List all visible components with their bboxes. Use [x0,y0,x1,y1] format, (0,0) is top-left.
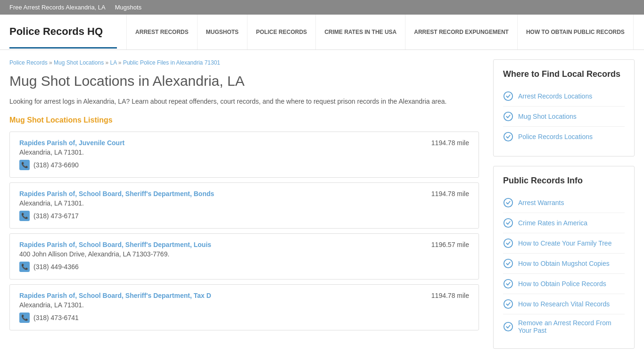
sidebar-link-label: How to Create Your Family Tree [518,239,611,247]
svg-point-9 [504,322,512,331]
phone-icon: 📞 [19,262,30,272]
breadcrumb-public-police-files[interactable]: Public Police Files in Alexandria 71301 [123,59,220,66]
nav-expungement[interactable]: ARREST RECORD EXPUNGEMENT [405,15,518,49]
sidebar-vital-records[interactable]: How to Research Vital Records [503,294,625,314]
listing-distance: 1194.78 mile [431,292,469,299]
phone-icon: 📞 [19,211,30,221]
sidebar-local-records-heading: Where to Find Local Records [503,69,625,79]
sidebar-public-records-box: Public Records Info Arrest Warrants Crim… [493,166,635,349]
check-circle-icon [503,321,513,332]
sidebar-link-label: Arrest Records Locations [518,92,592,100]
nav-crime-rates[interactable]: CRIME RATES IN THE USA [316,15,405,49]
listing-address: Alexandria, LA 71301. [19,301,469,309]
content-area: Police Records » Mug Shot Locations » LA… [9,59,479,358]
sidebar-link-label: Police Records Locations [518,133,593,140]
check-circle-icon [503,91,513,101]
check-circle-icon [503,197,513,208]
listing-address: Alexandria, LA 71301. [19,148,469,156]
phone-number: (318) 473-6690 [33,161,79,169]
sidebar-link-label: Mug Shot Locations [518,113,577,120]
main-nav: ARREST RECORDS MUGSHOTS POLICE RECORDS C… [126,15,634,49]
listing-name: Rapides Parish of, School Board, Sheriff… [19,292,469,299]
phone-number: (318) 473-6717 [33,212,79,220]
check-circle-icon [503,218,513,228]
listing-card: Rapides Parish of, School Board, Sheriff… [9,284,479,330]
sidebar-mug-shot-locations[interactable]: Mug Shot Locations [503,107,625,127]
sidebar-arrest-warrants[interactable]: Arrest Warrants [503,193,625,213]
breadcrumb-police-records[interactable]: Police Records [9,59,48,66]
svg-point-5 [504,239,512,247]
page-description: Looking for arrest logs in Alexandria, L… [9,96,479,107]
topbar-link-2[interactable]: Mugshots [115,4,141,11]
sidebar-remove-arrest-record[interactable]: Remove an Arrest Record From Your Past [503,314,625,339]
listings-heading: Mug Shot Locations Listings [9,116,479,124]
check-circle-icon [503,299,513,309]
sidebar-police-records[interactable]: How to Obtain Police Records [503,274,625,294]
listing-phone: 📞 (318) 473-6741 [19,313,469,323]
main-container: Police Records » Mug Shot Locations » LA… [0,50,644,362]
listing-phone: 📞 (318) 473-6690 [19,160,469,170]
svg-point-6 [504,259,512,268]
sidebar-local-records-box: Where to Find Local Records Arrest Recor… [493,59,635,156]
svg-point-8 [504,300,512,308]
phone-icon: 📞 [19,160,30,170]
phone-number: (318) 473-6741 [33,314,79,321]
breadcrumb-mug-shot-locations[interactable]: Mug Shot Locations [54,59,104,66]
check-circle-icon [503,258,513,269]
check-circle-icon [503,111,513,122]
header: Police Records HQ ARREST RECORDS MUGSHOT… [0,15,644,50]
svg-point-1 [504,112,512,121]
phone-number: (318) 449-4366 [33,263,79,271]
sidebar: Where to Find Local Records Arrest Recor… [493,59,635,358]
listing-distance: 1194.78 mile [431,139,469,147]
sidebar-mugshot-copies[interactable]: How to Obtain Mugshot Copies [503,254,625,274]
listing-name: Rapides Parish of, Juvenile Court [19,139,469,147]
sidebar-link-label: Crime Rates in America [518,219,587,227]
listing-distance: 1196.57 mile [431,241,469,248]
svg-point-7 [504,280,512,288]
sidebar-link-label: How to Research Vital Records [518,300,610,308]
nav-mugshots[interactable]: MUGSHOTS [198,15,248,49]
sidebar-public-records-heading: Public Records Info [503,176,625,186]
top-bar: Free Arrest Records Alexandria, LA Mugsh… [0,0,644,15]
svg-point-3 [504,198,512,207]
phone-icon: 📞 [19,313,30,323]
listing-card: Rapides Parish of, Juvenile Court Alexan… [9,132,479,178]
listing-address: 400 John Allison Drive, Alexandria, LA 7… [19,250,469,258]
check-circle-icon [503,279,513,289]
svg-point-0 [504,92,512,100]
nav-police-records[interactable]: POLICE RECORDS [248,15,316,49]
topbar-link-1[interactable]: Free Arrest Records Alexandria, LA [9,4,106,11]
breadcrumb-la[interactable]: LA [110,59,117,66]
listing-address: Alexandria, LA 71301. [19,199,469,207]
listing-name: Rapides Parish of, School Board, Sheriff… [19,190,469,197]
sidebar-family-tree[interactable]: How to Create Your Family Tree [503,233,625,254]
sidebar-link-label: How to Obtain Mugshot Copies [518,260,610,267]
listing-phone: 📞 (318) 473-6717 [19,211,469,221]
check-circle-icon [503,132,513,142]
sidebar-link-label: How to Obtain Police Records [518,280,606,288]
sidebar-link-label: Arrest Warrants [518,199,564,206]
page-title: Mug Shot Locations in Alexandria, LA [9,73,479,89]
check-circle-icon [503,238,513,248]
logo[interactable]: Police Records HQ [9,16,117,49]
listing-card: Rapides Parish of, School Board, Sheriff… [9,182,479,229]
svg-point-2 [504,132,512,141]
breadcrumb: Police Records » Mug Shot Locations » LA… [9,59,479,66]
sidebar-link-label: Remove an Arrest Record From Your Past [518,319,625,334]
sidebar-arrest-records-locations[interactable]: Arrest Records Locations [503,86,625,107]
nav-public-records[interactable]: HOW TO OBTAIN PUBLIC RECORDS [518,15,634,49]
sidebar-crime-rates[interactable]: Crime Rates in America [503,213,625,233]
listing-card: Rapides Parish of, School Board, Sheriff… [9,233,479,280]
nav-arrest-records[interactable]: ARREST RECORDS [126,15,198,49]
sidebar-police-records-locations[interactable]: Police Records Locations [503,127,625,147]
listing-distance: 1194.78 mile [431,190,469,197]
svg-point-4 [504,219,512,227]
listings-container: Rapides Parish of, Juvenile Court Alexan… [9,132,479,330]
listing-name: Rapides Parish of, School Board, Sheriff… [19,241,469,248]
listing-phone: 📞 (318) 449-4366 [19,262,469,272]
